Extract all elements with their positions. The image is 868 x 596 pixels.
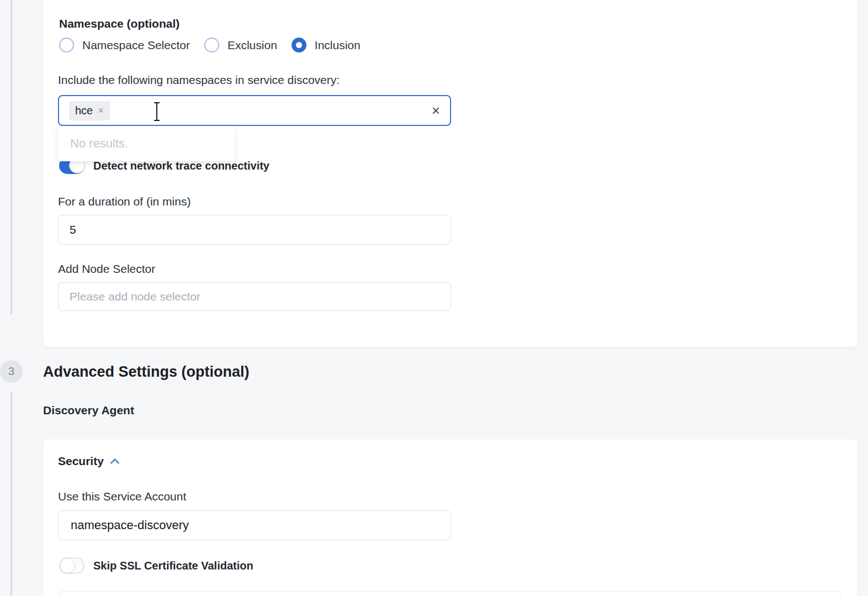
radio-circle-unselected-icon[interactable] xyxy=(204,38,219,52)
toggle-knob-icon xyxy=(60,558,75,573)
step-number-badge: 3 xyxy=(0,360,23,383)
namespace-radio-group: Namespace Selector Exclusion Inclusion xyxy=(59,38,375,52)
security-card: Security Use this Service Account Skip S… xyxy=(43,439,858,596)
duration-label: For a duration of (in mins) xyxy=(58,195,190,208)
discovery-agent-subtitle: Discovery Agent xyxy=(43,404,134,417)
skip-ssl-toggle[interactable] xyxy=(59,557,84,574)
clear-input-icon[interactable]: × xyxy=(432,103,440,118)
next-field-top-edge xyxy=(58,591,841,596)
radio-label: Exclusion xyxy=(227,39,277,52)
radio-exclusion[interactable]: Exclusion xyxy=(204,38,277,52)
radio-circle-selected-icon[interactable] xyxy=(292,38,306,52)
text-caret-icon xyxy=(153,102,161,121)
include-namespaces-label: Include the following namespaces in serv… xyxy=(58,73,340,87)
tag-remove-icon[interactable]: × xyxy=(98,106,104,115)
security-collapse-header[interactable]: Security xyxy=(58,455,118,468)
namespace-card: Namespace (optional) Namespace Selector … xyxy=(43,0,858,347)
radio-label: Namespace Selector xyxy=(82,39,190,52)
namespaces-multiselect-input[interactable]: hce × × xyxy=(58,95,451,126)
radio-inclusion[interactable]: Inclusion xyxy=(292,38,361,52)
skip-ssl-row: Skip SSL Certificate Validation xyxy=(59,557,253,574)
step-number: 3 xyxy=(8,365,14,378)
service-account-label: Use this Service Account xyxy=(58,490,186,503)
radio-circle-unselected-icon[interactable] xyxy=(59,38,74,52)
skip-ssl-label: Skip SSL Certificate Validation xyxy=(93,560,253,572)
namespaces-dropdown: No results. xyxy=(58,126,235,161)
stepper-line-bottom xyxy=(10,391,12,596)
tag-label: hce xyxy=(75,104,93,117)
namespace-tag-chip[interactable]: hce × xyxy=(69,101,110,120)
security-header-label: Security xyxy=(58,455,104,468)
dropdown-no-results-text: No results. xyxy=(70,136,128,151)
radio-label: Inclusion xyxy=(315,39,361,52)
node-selector-label: Add Node Selector xyxy=(58,262,155,276)
namespace-section-label: Namespace (optional) xyxy=(59,17,179,30)
advanced-settings-title: Advanced Settings (optional) xyxy=(43,361,250,382)
service-account-input[interactable] xyxy=(58,510,451,540)
stepper-line-top xyxy=(10,0,12,315)
node-selector-input[interactable] xyxy=(58,282,451,311)
chevron-up-icon[interactable] xyxy=(110,458,119,468)
duration-input[interactable] xyxy=(58,215,451,245)
radio-namespace-selector[interactable]: Namespace Selector xyxy=(59,38,190,52)
